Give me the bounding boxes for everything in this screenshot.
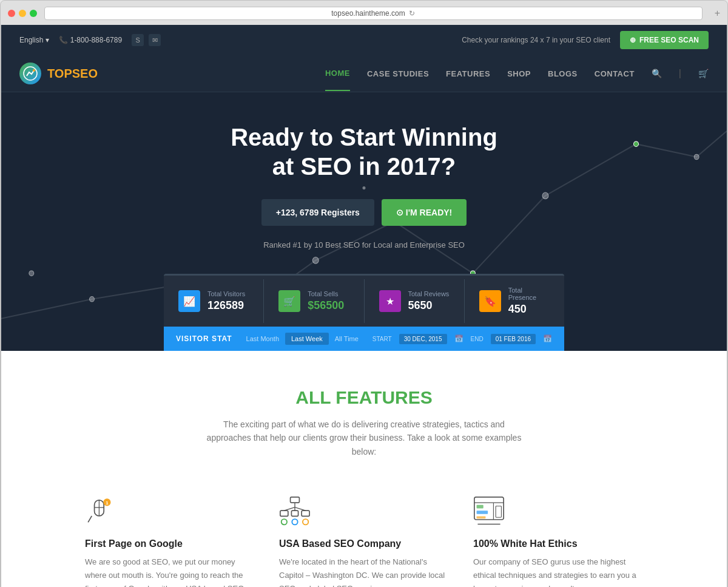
cart-icon[interactable]: 🛒	[698, 69, 709, 78]
social-icons: S ✉	[132, 34, 161, 46]
nav-features[interactable]: FEATURES	[446, 57, 490, 90]
rank-text: Check your rankings 24 x 7 in your SEO c…	[462, 36, 610, 44]
maximize-dot[interactable]	[30, 10, 37, 17]
nav-case-studies[interactable]: CASE STUDIES	[367, 57, 429, 90]
svg-point-1	[33, 69, 35, 72]
features-title: ALL FEATURES	[74, 387, 654, 408]
topbar-right: Check your rankings 24 x 7 in your SEO c…	[462, 31, 709, 49]
nav-blogs[interactable]: BLOGS	[548, 57, 578, 90]
feature-ethics-icon	[473, 489, 643, 528]
svg-rect-22	[291, 511, 298, 516]
stat-sells-info: Total Sells $56500	[308, 290, 344, 312]
svg-point-27	[281, 519, 287, 524]
feature-ethics: 100% White Hat Ethics Our company of SEO…	[473, 489, 643, 587]
stats-bar: 📈 Total Visitors 126589 🛒 Total Sells $5…	[164, 274, 564, 327]
stat-reviews-value: 5650	[408, 299, 450, 312]
tab-all-time[interactable]: All Time	[329, 333, 365, 345]
free-seo-scan-button[interactable]: ⊕ FREE SEO SCAN	[620, 31, 709, 49]
stat-presence-label: Total Presence	[508, 287, 550, 301]
end-date[interactable]: 01 FEB 2016	[491, 334, 536, 344]
nav-divider: |	[679, 68, 681, 79]
tab-last-month[interactable]: Last Month	[240, 333, 285, 345]
nav-contact[interactable]: CONTACT	[595, 57, 635, 90]
scan-icon: ⊕	[630, 36, 636, 44]
features-section: ALL FEATURES The exciting part of what w…	[1, 351, 727, 587]
stat-reviews-label: Total Reviews	[408, 290, 450, 297]
logo-text: TOPSEO	[47, 67, 98, 81]
search-icon[interactable]: 🔍	[652, 69, 662, 78]
navbar: TOPSEO HOME CASE STUDIES FEATURES SHOP B…	[1, 55, 727, 92]
browser-content: English ▾ 📞 1-800-888-6789 S ✉ Check you…	[1, 25, 727, 587]
start-date[interactable]: 30 DEC, 2015	[399, 334, 447, 344]
url-text: topseo.haintheme.com	[331, 9, 405, 18]
svg-rect-35	[477, 517, 486, 519]
hero-buttons: +123, 6789 Registers ⊙ I'M READY!	[231, 199, 497, 226]
stat-visitors: 📈 Total Visitors 126589	[164, 279, 264, 323]
topbar-left: English ▾ 📞 1-800-888-6789 S ✉	[19, 34, 161, 46]
visitors-icon: 📈	[178, 290, 200, 312]
svg-rect-36	[496, 506, 501, 518]
end-label: END	[471, 336, 484, 342]
reload-icon[interactable]: ↻	[409, 9, 415, 18]
presence-icon: 🔖	[479, 290, 501, 312]
feature-ethics-name: 100% White Hat Ethics	[473, 538, 643, 549]
stat-presence: 🔖 Total Presence 450	[465, 276, 564, 327]
stat-sells-label: Total Sells	[308, 290, 344, 297]
tab-last-week[interactable]: Last Week	[285, 333, 329, 345]
new-tab-button[interactable]: +	[715, 8, 720, 19]
reviews-icon: ★	[379, 290, 401, 312]
nav-shop[interactable]: SHOP	[507, 57, 531, 90]
svg-point-11	[694, 154, 699, 160]
svg-point-8	[542, 192, 548, 199]
logo[interactable]: TOPSEO	[19, 55, 98, 92]
visitor-stat-dates: START 30 DEC, 2015 📅 END 01 FEB 2016 📅	[372, 334, 552, 344]
stat-visitors-info: Total Visitors 126589	[207, 290, 245, 312]
nav-links: HOME CASE STUDIES FEATURES SHOP BLOGS CO…	[325, 56, 709, 91]
hero-content: Ready to Start Winning at SEO in 2017? +…	[231, 123, 497, 274]
register-button[interactable]: +123, 6789 Registers	[261, 199, 374, 226]
svg-rect-34	[477, 511, 488, 514]
chevron-down-icon: ▾	[46, 36, 49, 44]
svg-rect-20	[291, 497, 300, 503]
feature-usa-name: USA Based SEO Company	[279, 538, 449, 549]
svg-rect-23	[302, 511, 309, 516]
stat-visitors-label: Total Visitors	[207, 290, 245, 297]
feature-google-name: First Page on Google	[85, 538, 255, 549]
logo-icon	[19, 63, 41, 84]
url-bar[interactable]: topseo.haintheme.com ↻	[44, 7, 703, 20]
stat-presence-info: Total Presence 450	[508, 287, 550, 316]
feature-usa-icon	[279, 489, 449, 528]
stat-reviews-info: Total Reviews 5650	[408, 290, 450, 312]
svg-point-2	[90, 297, 95, 302]
topbar: English ▾ 📞 1-800-888-6789 S ✉ Check you…	[1, 25, 727, 55]
feature-google-icon: 1	[85, 489, 255, 528]
calendar-end-icon: 📅	[543, 334, 552, 343]
language-selector[interactable]: English ▾	[19, 36, 49, 44]
svg-rect-33	[477, 505, 484, 509]
stat-visitors-value: 126589	[207, 299, 245, 312]
feature-ethics-desc: Our company of SEO gurus use the highest…	[473, 555, 643, 587]
visitor-stat-tabs: Last Month Last Week All Time	[240, 333, 365, 345]
stat-presence-value: 450	[508, 303, 550, 316]
start-label: START	[372, 336, 392, 342]
features-subtitle: The exciting part of what we do is deliv…	[206, 418, 522, 458]
svg-text:1: 1	[106, 500, 109, 506]
im-ready-button[interactable]: ⊙ I'M READY!	[382, 199, 467, 226]
stat-reviews: ★ Total Reviews 5650	[365, 279, 465, 323]
feature-usa-desc: We're located in the heart of the Nation…	[279, 555, 449, 587]
visitor-stat-title: VISITOR STAT	[176, 334, 232, 343]
browser-window: topseo.haintheme.com ↻ + English ▾ 📞 1-8…	[0, 0, 728, 587]
nav-home[interactable]: HOME	[325, 56, 350, 91]
skype-icon[interactable]: S	[132, 34, 144, 46]
svg-line-17	[88, 516, 92, 522]
chat-icon[interactable]: ✉	[149, 34, 161, 46]
close-dot[interactable]	[8, 10, 15, 17]
stat-sells-value: $56500	[308, 299, 344, 312]
feature-google: 1 First Page on Google We are so good at…	[85, 489, 255, 587]
feature-google-desc: We are so good at SEO, we put our money …	[85, 555, 255, 587]
hero-section: Ready to Start Winning at SEO in 2017? +…	[1, 92, 727, 351]
browser-dots	[8, 10, 37, 17]
calendar-start-icon: 📅	[454, 334, 463, 343]
minimize-dot[interactable]	[19, 10, 26, 17]
svg-point-10	[29, 271, 34, 276]
